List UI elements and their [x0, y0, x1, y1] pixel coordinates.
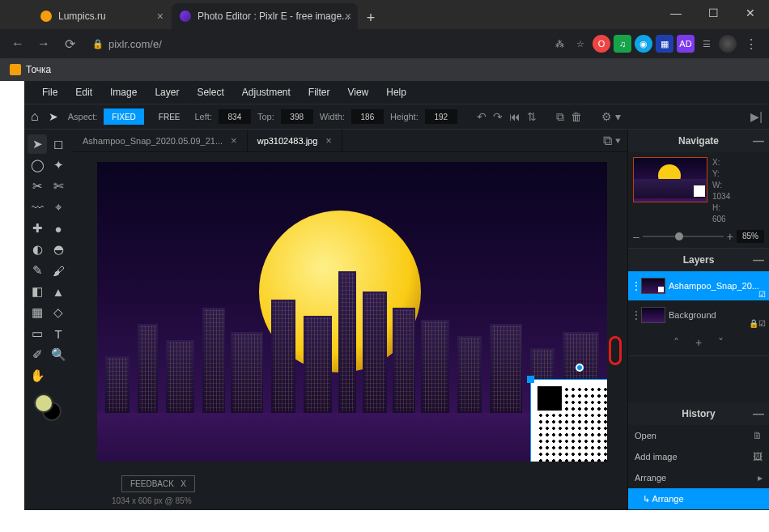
- hand-tool[interactable]: ✋: [28, 366, 47, 385]
- liquify-tool[interactable]: 〰: [28, 198, 47, 217]
- menu-image[interactable]: Image: [102, 83, 145, 101]
- collapse-icon[interactable]: —: [753, 253, 764, 266]
- zoom-tool[interactable]: 🔍: [49, 345, 68, 364]
- document-tab-active[interactable]: wp3102483.jpg ×: [248, 130, 342, 151]
- color-swatches[interactable]: [28, 394, 70, 426]
- crop-tool[interactable]: ✂: [28, 177, 47, 196]
- close-icon[interactable]: ×: [325, 134, 332, 147]
- blur-tool[interactable]: ●: [49, 219, 68, 238]
- menu-help[interactable]: Help: [378, 83, 414, 101]
- ext-green-icon[interactable]: ♫: [614, 35, 631, 53]
- browser-tab-active[interactable]: Photo Editor : Pixlr E - free image... ×: [172, 3, 358, 29]
- drag-handle-icon[interactable]: ⋮: [631, 280, 638, 292]
- browser-tab-inactive[interactable]: Lumpics.ru ×: [32, 3, 170, 29]
- aspect-free-button[interactable]: FREE: [151, 109, 189, 125]
- qr-layer-selection[interactable]: [530, 379, 607, 462]
- layer-up-icon[interactable]: ˄: [673, 336, 679, 349]
- history-item-arrange[interactable]: Arrange ▸: [628, 467, 769, 488]
- ext-ad-icon[interactable]: AD: [677, 35, 695, 53]
- layer-item[interactable]: ⋮ Background 🔒☑: [628, 300, 769, 330]
- zoom-in-icon[interactable]: +: [727, 230, 733, 243]
- shape-tool[interactable]: ◇: [49, 303, 68, 322]
- undo-icon[interactable]: ↶: [477, 110, 486, 123]
- history-item-arrange-sub[interactable]: ↳ Arrange: [628, 488, 769, 509]
- nav-forward-icon[interactable]: →: [32, 32, 55, 55]
- history-item-open[interactable]: Open 🗎: [628, 425, 769, 446]
- nav-reload-icon[interactable]: ⟳: [58, 32, 81, 55]
- move-tool[interactable]: ➤: [28, 134, 47, 154]
- layer-item-selected[interactable]: ⋮ Ashampoo_Snap_20... ☑: [628, 271, 769, 300]
- feedback-widget[interactable]: FEEDBACK X: [121, 475, 195, 492]
- star-icon[interactable]: ☆: [571, 35, 589, 53]
- layer-visibility-icon[interactable]: ☑: [758, 290, 766, 299]
- cut-tool[interactable]: ✄: [49, 177, 68, 196]
- menu-adjustment[interactable]: Adjustment: [234, 83, 299, 101]
- fill-tool[interactable]: ▲: [49, 282, 68, 301]
- trash-icon[interactable]: 🗑: [571, 110, 582, 123]
- lasso-tool[interactable]: ◯: [28, 155, 47, 175]
- eyedropper-tool[interactable]: ✐: [28, 345, 47, 364]
- url-input[interactable]: 🔒 pixlr.com/e/: [84, 32, 547, 55]
- pen-tool[interactable]: ✎: [28, 261, 47, 280]
- window-minimize[interactable]: ―: [657, 0, 695, 26]
- menu-select[interactable]: Select: [189, 83, 232, 101]
- align-icon[interactable]: ⇅: [527, 110, 537, 123]
- rect-tool[interactable]: ▭: [28, 324, 47, 343]
- menu-layer[interactable]: Layer: [147, 83, 187, 101]
- collapse-icon[interactable]: —: [753, 134, 764, 147]
- history-item-addimage[interactable]: Add image 🖼: [628, 446, 769, 467]
- zoom-slider[interactable]: [643, 236, 724, 237]
- collapse-icon[interactable]: —: [753, 407, 764, 420]
- left-input[interactable]: [219, 109, 251, 124]
- ext-blue-icon[interactable]: ◉: [635, 35, 652, 53]
- close-icon[interactable]: ×: [157, 10, 164, 23]
- zoom-value[interactable]: 85%: [737, 230, 764, 243]
- profile-avatar[interactable]: [719, 35, 737, 53]
- gear-icon[interactable]: ⚙ ▾: [601, 110, 621, 123]
- menu-file[interactable]: File: [34, 83, 66, 101]
- menu-edit[interactable]: Edit: [67, 83, 100, 101]
- duplicate-icon[interactable]: ⧉: [556, 110, 564, 124]
- dodge-tool[interactable]: ◐: [28, 240, 47, 259]
- close-icon[interactable]: ×: [231, 134, 237, 147]
- nav-back-icon[interactable]: ←: [6, 32, 29, 55]
- ext-cube-icon[interactable]: ▦: [656, 35, 673, 53]
- marquee-tool[interactable]: ◻: [49, 134, 68, 154]
- bookmark-item[interactable]: Точка: [10, 64, 51, 75]
- foreground-color[interactable]: [34, 394, 53, 413]
- rotate-handle[interactable]: [576, 364, 584, 372]
- ext-opera-icon[interactable]: O: [593, 35, 610, 53]
- translate-icon[interactable]: ⁂: [550, 35, 568, 53]
- nav-thumbnail[interactable]: [633, 157, 707, 202]
- document-tab[interactable]: Ashampoo_Snap_2020.05.09_21... ×: [73, 130, 248, 151]
- window-close[interactable]: ✕: [732, 0, 769, 26]
- heal-tool[interactable]: ✚: [28, 219, 47, 238]
- width-input[interactable]: [351, 109, 384, 124]
- redo-icon[interactable]: ↷: [493, 110, 503, 123]
- text-tool[interactable]: T: [49, 324, 68, 343]
- drag-handle-icon[interactable]: ⋮: [631, 309, 638, 321]
- clone-tool[interactable]: ⌖: [49, 198, 68, 217]
- layer-down-icon[interactable]: ˅: [718, 336, 724, 349]
- home-icon[interactable]: ⌂: [31, 109, 39, 124]
- skip-back-icon[interactable]: ⏮: [509, 110, 520, 123]
- brush-tool[interactable]: 🖌: [49, 261, 68, 280]
- menu-filter[interactable]: Filter: [300, 83, 338, 101]
- wand-tool[interactable]: ✦: [49, 155, 68, 175]
- zoom-out-icon[interactable]: –: [633, 230, 639, 243]
- top-input[interactable]: [281, 109, 313, 124]
- tab-overflow-icon[interactable]: ⧉ ▾: [603, 134, 621, 148]
- aspect-fixed-button[interactable]: FIXED: [104, 109, 143, 125]
- layer-lock-icon[interactable]: 🔒☑: [749, 319, 766, 328]
- sponge-tool[interactable]: ◓: [49, 240, 68, 259]
- ext-list-icon[interactable]: ☰: [698, 35, 716, 53]
- close-icon[interactable]: ×: [345, 10, 351, 23]
- window-maximize[interactable]: ☐: [695, 0, 732, 26]
- canvas-viewport[interactable]: [97, 162, 607, 462]
- gradient-tool[interactable]: ▦: [28, 303, 47, 322]
- browser-menu-icon[interactable]: ⋮: [740, 32, 763, 55]
- eraser-tool[interactable]: ◧: [28, 282, 47, 301]
- height-input[interactable]: [425, 109, 457, 124]
- layer-add-icon[interactable]: +: [695, 336, 702, 349]
- menu-view[interactable]: View: [339, 83, 376, 101]
